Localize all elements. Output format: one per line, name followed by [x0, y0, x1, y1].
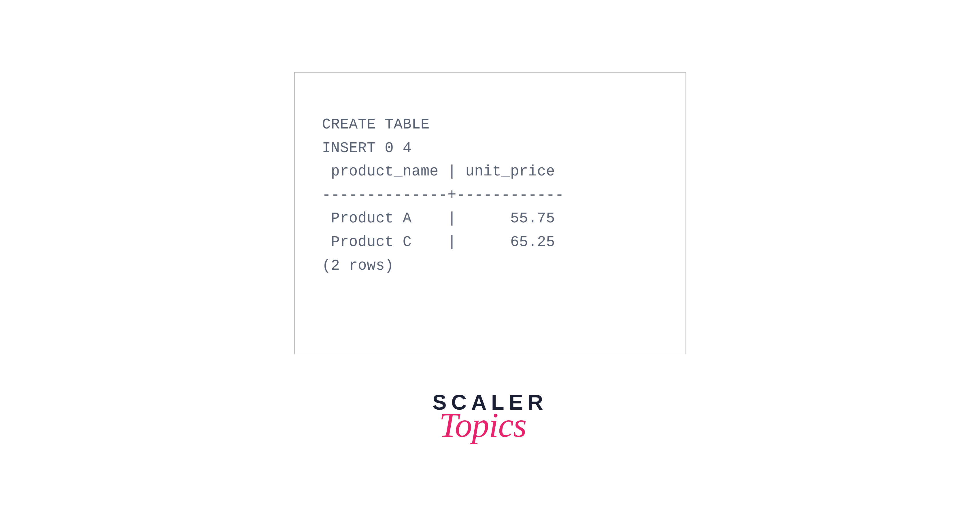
sql-output-box: CREATE TABLE INSERT 0 4 product_name | u… — [294, 72, 686, 355]
code-line-3: product_name | unit_price — [322, 163, 555, 180]
logo-bottom-text: Topics — [439, 410, 527, 441]
code-line-2: INSERT 0 4 — [322, 140, 412, 156]
sql-output-text: CREATE TABLE INSERT 0 4 product_name | u… — [322, 113, 665, 277]
brand-logo: SCALER Topics — [432, 392, 547, 441]
code-line-1: CREATE TABLE — [322, 116, 430, 133]
code-line-7: (2 rows) — [322, 258, 394, 274]
code-line-6: Product C | 65.25 — [322, 234, 555, 250]
code-line-4: --------------+------------ — [322, 187, 564, 204]
code-line-5: Product A | 55.75 — [322, 210, 555, 227]
